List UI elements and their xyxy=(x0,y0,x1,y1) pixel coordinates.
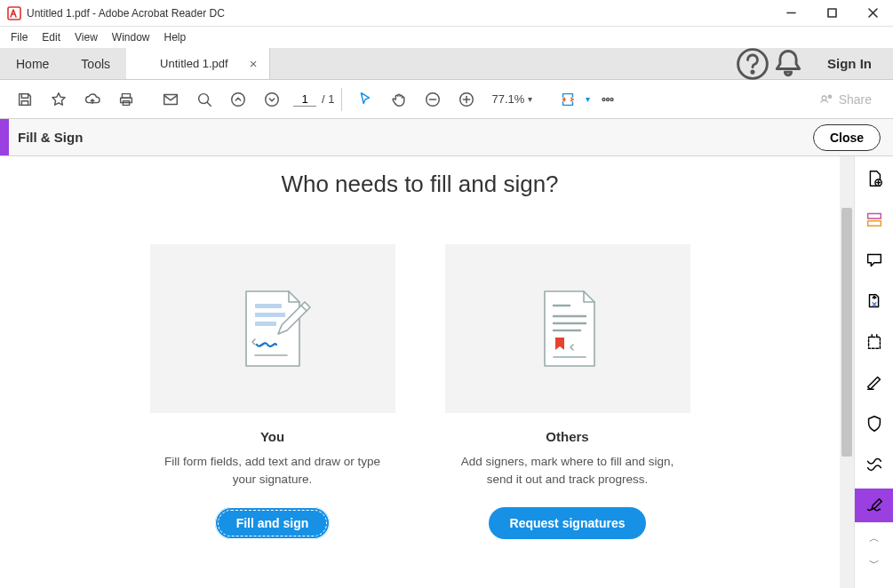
rail-protect-icon[interactable] xyxy=(855,407,894,441)
tab-home[interactable]: Home xyxy=(0,48,65,79)
sign-in-button[interactable]: Sign In xyxy=(806,48,893,79)
svg-rect-31 xyxy=(255,322,276,326)
bell-icon[interactable] xyxy=(770,48,806,79)
rail-compress-icon[interactable] xyxy=(855,448,894,481)
rail-combine-icon[interactable] xyxy=(855,284,894,318)
right-rail: ︿ ﹀ xyxy=(854,156,893,588)
card-others-title: Others xyxy=(456,429,680,444)
save-icon[interactable] xyxy=(9,83,41,115)
close-button[interactable]: Close xyxy=(813,124,881,151)
tab-document[interactable]: Untitled 1.pdf × xyxy=(126,48,270,79)
hand-tool-icon[interactable] xyxy=(383,83,415,115)
page-up-icon[interactable] xyxy=(222,83,254,115)
svg-rect-29 xyxy=(255,304,282,308)
svg-point-25 xyxy=(822,96,826,100)
select-tool-icon[interactable] xyxy=(349,83,381,115)
rail-scroll-up-icon[interactable]: ︿ xyxy=(855,529,894,547)
svg-rect-2 xyxy=(828,9,836,17)
svg-line-14 xyxy=(207,102,211,106)
toolbar: / 1 77.1% ▾ ▾ Share xyxy=(0,80,893,119)
illustration-you xyxy=(150,244,395,413)
card-others: Others Add signers, mark where to fill a… xyxy=(445,244,690,562)
svg-point-23 xyxy=(607,98,610,100)
tab-document-label: Untitled 1.pdf xyxy=(160,57,228,70)
card-you: You Fill form fields, add text and draw … xyxy=(150,244,395,562)
svg-point-6 xyxy=(752,71,753,73)
cloud-upload-icon[interactable] xyxy=(76,83,108,115)
card-others-desc: Add signers, mark where to fill and sign… xyxy=(456,453,680,488)
content-area: Who needs to fill and sign? xyxy=(0,156,854,588)
page-input[interactable] xyxy=(293,92,316,107)
menu-file[interactable]: File xyxy=(4,28,35,46)
svg-point-22 xyxy=(602,98,605,100)
card-you-desc: Fill form fields, add text and draw or t… xyxy=(161,453,385,488)
zoom-in-icon[interactable] xyxy=(450,83,482,115)
request-signatures-button[interactable]: Request signatures xyxy=(489,507,647,539)
fill-and-sign-button[interactable]: Fill and sign xyxy=(215,507,331,539)
svg-rect-44 xyxy=(868,338,880,349)
svg-rect-42 xyxy=(867,214,881,219)
app-icon xyxy=(7,6,21,20)
menubar: File Edit View Window Help xyxy=(0,27,893,48)
rail-redact-icon[interactable] xyxy=(855,366,894,400)
svg-rect-43 xyxy=(867,221,881,226)
scrollbar[interactable] xyxy=(840,156,854,588)
titlebar: Untitled 1.pdf - Adobe Acrobat Reader DC xyxy=(0,0,893,27)
mail-icon[interactable] xyxy=(155,83,187,115)
print-icon[interactable] xyxy=(110,83,142,115)
page-total: / 1 xyxy=(322,92,334,106)
menu-help[interactable]: Help xyxy=(157,28,194,46)
menu-edit[interactable]: Edit xyxy=(35,28,68,46)
svg-rect-30 xyxy=(255,313,285,317)
card-you-title: You xyxy=(161,429,385,444)
page-heading: Who needs to fill and sign? xyxy=(0,171,840,198)
fill-sign-title: Fill & Sign xyxy=(18,130,813,145)
maximize-button[interactable] xyxy=(811,0,852,27)
rail-comment-icon[interactable] xyxy=(855,243,894,277)
fill-sign-bar: Fill & Sign Close xyxy=(0,119,893,156)
tabs-row: Home Tools Untitled 1.pdf × Sign In xyxy=(0,48,893,80)
tab-tools[interactable]: Tools xyxy=(65,48,126,79)
page-down-icon[interactable] xyxy=(256,83,288,115)
svg-rect-7 xyxy=(21,93,28,98)
tab-close-icon[interactable]: × xyxy=(250,56,258,71)
menu-view[interactable]: View xyxy=(68,28,105,46)
svg-point-16 xyxy=(266,92,279,106)
svg-point-15 xyxy=(232,92,245,106)
share-button[interactable]: Share xyxy=(807,92,884,107)
zoom-out-icon[interactable] xyxy=(417,83,449,115)
close-window-button[interactable] xyxy=(852,0,893,27)
search-icon[interactable] xyxy=(188,83,220,115)
rail-organize-icon[interactable] xyxy=(855,325,894,359)
svg-rect-8 xyxy=(21,100,28,105)
fit-dropdown-icon[interactable]: ▾ xyxy=(586,94,590,104)
share-label: Share xyxy=(839,92,872,107)
minimize-button[interactable] xyxy=(770,0,811,27)
menu-window[interactable]: Window xyxy=(105,28,157,46)
star-icon[interactable] xyxy=(43,83,75,115)
zoom-value[interactable]: 77.1% xyxy=(491,92,524,106)
illustration-others xyxy=(445,244,690,413)
accent-stripe xyxy=(0,119,9,155)
more-icon[interactable] xyxy=(592,83,624,115)
rail-fill-sign-icon[interactable] xyxy=(855,489,894,522)
rail-create-pdf-icon[interactable] xyxy=(855,162,894,195)
help-icon[interactable] xyxy=(735,48,770,79)
svg-rect-10 xyxy=(121,98,132,102)
fit-width-icon[interactable] xyxy=(552,83,584,115)
svg-point-24 xyxy=(610,98,613,100)
rail-edit-pdf-icon[interactable] xyxy=(855,203,894,236)
scrollbar-thumb[interactable] xyxy=(841,208,852,457)
window-title: Untitled 1.pdf - Adobe Acrobat Reader DC xyxy=(27,7,770,20)
zoom-dropdown-icon[interactable]: ▾ xyxy=(528,94,532,104)
rail-scroll-down-icon[interactable]: ﹀ xyxy=(855,554,894,572)
